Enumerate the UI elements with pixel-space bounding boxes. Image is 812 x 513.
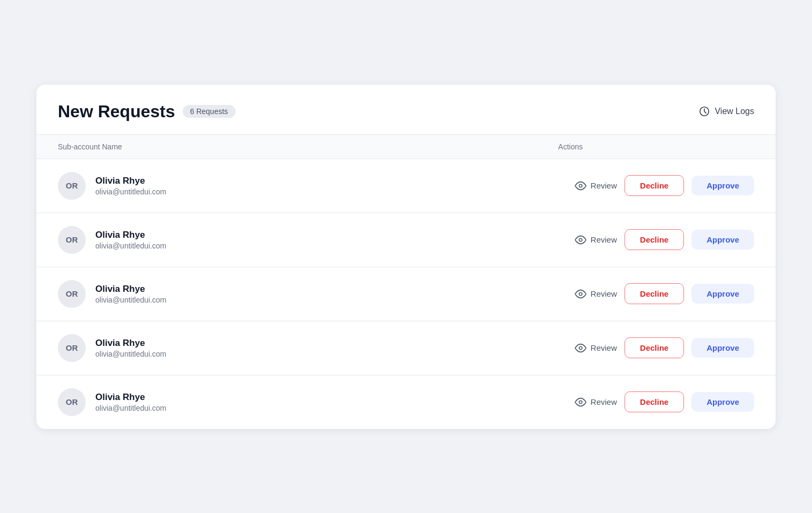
row-actions: Review Decline Approve [575, 229, 754, 250]
column-name-header: Sub-account Name [58, 142, 558, 151]
page-header: New Requests 6 Requests View Logs [36, 85, 776, 134]
approve-button[interactable]: Approve [691, 176, 754, 195]
row-actions: Review Decline Approve [575, 175, 754, 196]
user-email: olivia@untitledui.com [95, 242, 575, 250]
user-name: Olivia Rhye [95, 230, 575, 240]
user-info: Olivia Rhye olivia@untitledui.com [95, 338, 575, 358]
svg-point-3 [579, 292, 582, 296]
approve-button[interactable]: Approve [691, 392, 754, 412]
user-name: Olivia Rhye [95, 176, 575, 186]
review-button[interactable]: Review [575, 342, 617, 354]
request-count-badge: 6 Requests [183, 105, 236, 118]
eye-icon [575, 288, 587, 300]
user-email: olivia@untitledui.com [95, 404, 575, 412]
user-email: olivia@untitledui.com [95, 296, 575, 304]
eye-icon [575, 342, 587, 354]
review-label: Review [591, 397, 617, 406]
main-card: New Requests 6 Requests View Logs Sub-ac… [36, 85, 776, 429]
avatar: OR [58, 172, 86, 200]
eye-icon [575, 180, 587, 192]
user-email: olivia@untitledui.com [95, 350, 575, 358]
clock-icon [698, 105, 710, 117]
review-button[interactable]: Review [575, 234, 617, 246]
svg-point-1 [579, 184, 582, 187]
avatar: OR [58, 388, 86, 416]
page-title: New Requests [58, 102, 175, 122]
row-actions: Review Decline Approve [575, 391, 754, 412]
user-info: Olivia Rhye olivia@untitledui.com [95, 284, 575, 304]
decline-button[interactable]: Decline [625, 391, 684, 412]
decline-button[interactable]: Decline [625, 175, 684, 196]
review-label: Review [591, 343, 617, 352]
svg-point-4 [579, 346, 582, 350]
avatar: OR [58, 334, 86, 362]
user-name: Olivia Rhye [95, 392, 575, 403]
svg-point-2 [579, 238, 582, 242]
review-button[interactable]: Review [575, 180, 617, 192]
approve-button[interactable]: Approve [691, 284, 754, 304]
review-label: Review [591, 235, 617, 244]
decline-button[interactable]: Decline [625, 283, 684, 304]
avatar: OR [58, 280, 86, 308]
user-name: Olivia Rhye [95, 338, 575, 349]
table-header: Sub-account Name Actions [36, 135, 776, 159]
approve-button[interactable]: Approve [691, 230, 754, 250]
user-name: Olivia Rhye [95, 284, 575, 295]
view-logs-label: View Logs [715, 107, 754, 116]
table-body: OR Olivia Rhye olivia@untitledui.com Rev… [36, 159, 776, 429]
table-row: OR Olivia Rhye olivia@untitledui.com Rev… [36, 375, 776, 429]
user-email: olivia@untitledui.com [95, 187, 575, 196]
review-button[interactable]: Review [575, 396, 617, 408]
table-row: OR Olivia Rhye olivia@untitledui.com Rev… [36, 321, 776, 375]
table-row: OR Olivia Rhye olivia@untitledui.com Rev… [36, 213, 776, 267]
approve-button[interactable]: Approve [691, 338, 754, 358]
row-actions: Review Decline Approve [575, 283, 754, 304]
decline-button[interactable]: Decline [625, 337, 684, 358]
table-row: OR Olivia Rhye olivia@untitledui.com Rev… [36, 159, 776, 213]
table-row: OR Olivia Rhye olivia@untitledui.com Rev… [36, 267, 776, 321]
eye-icon [575, 396, 587, 408]
row-actions: Review Decline Approve [575, 337, 754, 358]
user-info: Olivia Rhye olivia@untitledui.com [95, 230, 575, 250]
user-info: Olivia Rhye olivia@untitledui.com [95, 392, 575, 412]
view-logs-button[interactable]: View Logs [698, 105, 754, 117]
avatar: OR [58, 226, 86, 254]
header-left: New Requests 6 Requests [58, 102, 236, 122]
review-label: Review [591, 289, 617, 298]
eye-icon [575, 234, 587, 246]
svg-point-5 [579, 401, 582, 404]
user-info: Olivia Rhye olivia@untitledui.com [95, 176, 575, 196]
decline-button[interactable]: Decline [625, 229, 684, 250]
review-button[interactable]: Review [575, 288, 617, 300]
review-label: Review [591, 181, 617, 190]
column-actions-header: Actions [558, 142, 583, 151]
